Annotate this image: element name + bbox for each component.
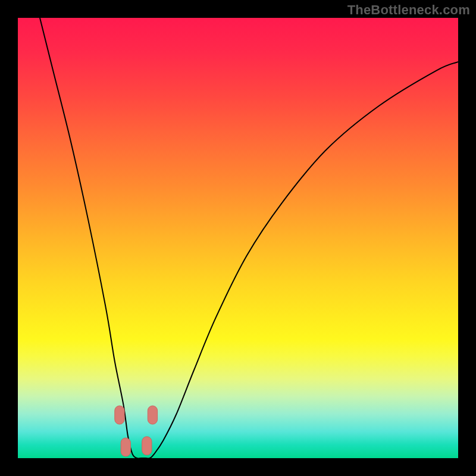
curve-marker-2	[121, 438, 130, 456]
curve-marker-3	[142, 437, 152, 455]
plot-area	[18, 18, 458, 458]
chart-svg	[18, 18, 458, 458]
chart-frame: TheBottleneck.com	[0, 0, 476, 476]
curve-marker-0	[115, 406, 124, 424]
bottleneck-curve	[40, 18, 458, 458]
curve-marker-1	[148, 406, 157, 424]
watermark-text: TheBottleneck.com	[347, 2, 470, 18]
markers-group	[115, 406, 158, 456]
